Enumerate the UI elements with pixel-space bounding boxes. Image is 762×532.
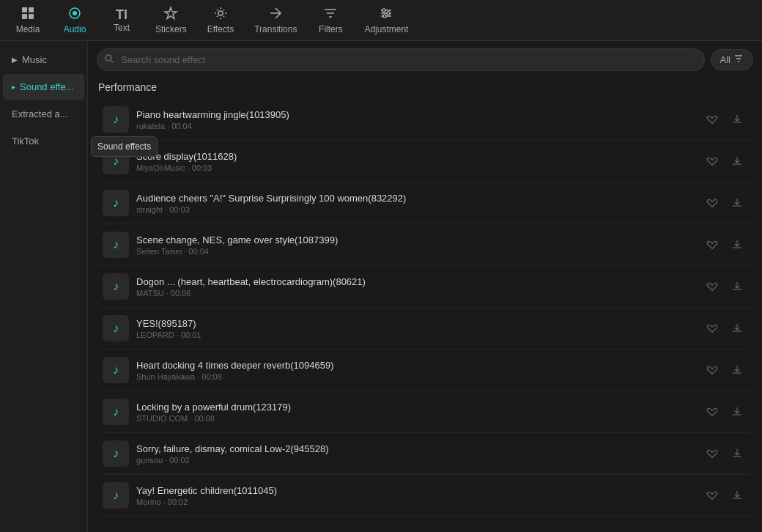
sound-actions bbox=[702, 109, 747, 130]
nav-audio[interactable]: Audio bbox=[53, 1, 97, 39]
sound-item[interactable]: ♪ Locking by a powerful drum(123179) STU… bbox=[97, 391, 753, 433]
sound-title: Sorry, failure, dismay, comical Low-2(94… bbox=[136, 443, 695, 454]
sidebar-item-tiktok[interactable]: TikTok bbox=[3, 128, 84, 154]
favorite-button[interactable] bbox=[702, 360, 722, 380]
sidebar-item-music[interactable]: ▶ Music bbox=[3, 47, 84, 73]
search-bar-row: All bbox=[88, 41, 762, 78]
media-icon bbox=[21, 6, 35, 23]
sound-info: Audience cheers "A!" Surprise Surprising… bbox=[136, 193, 695, 214]
sound-info: Dogon ... (heart, heartbeat, electrocard… bbox=[136, 276, 695, 298]
svg-rect-2 bbox=[22, 14, 27, 19]
music-note-icon: ♪ bbox=[113, 363, 119, 377]
sound-arrow-icon: ▸ bbox=[12, 83, 15, 91]
effects-icon bbox=[213, 6, 228, 23]
sidebar-item-sound-effects[interactable]: ▸ Sound effe... bbox=[3, 74, 84, 100]
music-note-icon: ♪ bbox=[113, 405, 119, 418]
download-button[interactable] bbox=[727, 360, 747, 380]
sound-meta: Shun Hayakawa · 00:08 bbox=[136, 372, 695, 381]
nav-text-label: Text bbox=[114, 23, 130, 33]
sound-meta: Seiten Taisei · 00:04 bbox=[136, 247, 695, 256]
music-note-icon: ♪ bbox=[113, 447, 119, 460]
sound-title: Scene change, NES, game over style(10873… bbox=[136, 234, 695, 245]
sound-thumb: ♪ bbox=[103, 190, 129, 216]
favorite-button[interactable] bbox=[702, 193, 722, 213]
all-filter-button[interactable]: All bbox=[711, 49, 753, 70]
sound-actions bbox=[702, 485, 747, 506]
svg-rect-3 bbox=[29, 14, 34, 19]
sound-thumb: ♪ bbox=[103, 232, 129, 258]
sound-item[interactable]: ♪ Sorry, failure, dismay, comical Low-2(… bbox=[97, 433, 753, 475]
sound-actions bbox=[702, 443, 747, 464]
download-button[interactable] bbox=[727, 193, 747, 213]
download-button[interactable] bbox=[727, 485, 747, 506]
content-area: All Performance ♪ Piano heartwarming jin… bbox=[88, 41, 762, 532]
sound-title: Yay! Energetic children(1011045) bbox=[136, 485, 695, 496]
adjustment-icon bbox=[379, 6, 393, 23]
sound-meta: MATSU · 00:06 bbox=[136, 289, 695, 298]
nav-stickers[interactable]: Stickers bbox=[147, 1, 196, 39]
sound-title: Heart docking 4 times deeper reverb(1094… bbox=[136, 360, 695, 371]
sound-item[interactable]: ♪ Heart docking 4 times deeper reverb(10… bbox=[97, 350, 753, 391]
sound-meta: LEOPARD · 00:01 bbox=[136, 330, 695, 339]
favorite-button[interactable] bbox=[702, 151, 722, 171]
sound-info: Piano heartwarming jingle(1013905) rukat… bbox=[136, 109, 695, 130]
search-input[interactable] bbox=[97, 48, 705, 71]
nav-media[interactable]: Media bbox=[6, 1, 50, 39]
sound-actions bbox=[702, 234, 747, 255]
download-button[interactable] bbox=[727, 318, 747, 339]
sound-title: Audience cheers "A!" Surprise Surprising… bbox=[136, 193, 695, 204]
sound-title: Piano heartwarming jingle(1013905) bbox=[136, 109, 695, 120]
svg-point-5 bbox=[73, 11, 77, 15]
favorite-button[interactable] bbox=[702, 402, 722, 422]
music-note-icon: ♪ bbox=[113, 196, 119, 210]
nav-text[interactable]: TI Text bbox=[100, 4, 144, 37]
favorite-button[interactable] bbox=[702, 109, 722, 130]
sound-item[interactable]: ♪ Scene change, NES, game over style(108… bbox=[97, 224, 753, 266]
sound-item[interactable]: ♪ Audience cheers "A!" Surprise Surprisi… bbox=[97, 182, 753, 224]
sound-title: Score display(1011628) bbox=[136, 151, 695, 162]
sound-item[interactable]: ♪ Piano heartwarming jingle(1013905) ruk… bbox=[97, 99, 753, 141]
nav-effects[interactable]: Effects bbox=[199, 1, 243, 39]
nav-transitions[interactable]: Transitions bbox=[245, 1, 306, 39]
favorite-button[interactable] bbox=[702, 318, 722, 339]
sound-actions bbox=[702, 402, 747, 422]
sound-item[interactable]: ♪ YES!(895187) LEOPARD · 00:01 bbox=[97, 308, 753, 350]
music-arrow-icon: ▶ bbox=[12, 56, 18, 64]
sound-thumb: ♪ bbox=[103, 357, 129, 383]
nav-filters[interactable]: Filters bbox=[308, 1, 352, 39]
sound-item[interactable]: ♪ Yay! Energetic children(1011045) Morin… bbox=[97, 475, 753, 517]
nav-audio-label: Audio bbox=[64, 24, 86, 34]
download-button[interactable] bbox=[727, 443, 747, 464]
svg-point-7 bbox=[382, 9, 385, 12]
sound-info: YES!(895187) LEOPARD · 00:01 bbox=[136, 318, 695, 339]
download-button[interactable] bbox=[727, 234, 747, 255]
download-button[interactable] bbox=[727, 109, 747, 130]
download-button[interactable] bbox=[727, 276, 747, 297]
sidebar: ▶ Music ▸ Sound effe... Extracted a... T… bbox=[0, 41, 88, 532]
favorite-button[interactable] bbox=[702, 485, 722, 506]
text-icon: TI bbox=[116, 8, 127, 21]
sound-actions bbox=[702, 151, 747, 171]
sidebar-extracted-label: Extracted a... bbox=[12, 108, 68, 119]
all-filter-label: All bbox=[720, 54, 730, 65]
audio-icon bbox=[67, 6, 82, 23]
sound-thumb: ♪ bbox=[103, 106, 129, 133]
nav-adjustment[interactable]: Adjustment bbox=[355, 1, 417, 39]
sound-info: Sorry, failure, dismay, comical Low-2(94… bbox=[136, 443, 695, 465]
favorite-button[interactable] bbox=[702, 443, 722, 464]
sound-item[interactable]: ♪ Dogon ... (heart, heartbeat, electroca… bbox=[97, 266, 753, 308]
nav-filters-label: Filters bbox=[319, 24, 343, 34]
download-button[interactable] bbox=[727, 402, 747, 422]
sound-item[interactable]: ♪ Score display(1011628) MiyaOnMusic · 0… bbox=[97, 141, 753, 182]
favorite-button[interactable] bbox=[702, 234, 722, 255]
download-button[interactable] bbox=[727, 151, 747, 171]
music-note-icon: ♪ bbox=[113, 322, 119, 335]
transitions-icon bbox=[268, 6, 283, 23]
sound-title: Dogon ... (heart, heartbeat, electrocard… bbox=[136, 276, 695, 287]
sound-meta: rukatela · 00:04 bbox=[136, 122, 695, 130]
favorite-button[interactable] bbox=[702, 276, 722, 297]
sound-info: Scene change, NES, game over style(10873… bbox=[136, 234, 695, 256]
top-nav: Media Audio TI Text Stickers Effects Tra… bbox=[0, 0, 762, 41]
sound-info: Yay! Energetic children(1011045) Morino … bbox=[136, 485, 695, 506]
sidebar-item-extracted[interactable]: Extracted a... bbox=[3, 101, 84, 127]
